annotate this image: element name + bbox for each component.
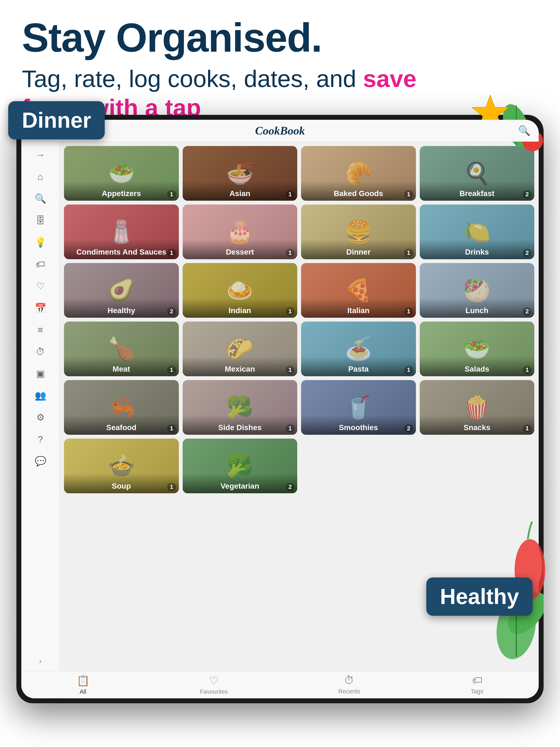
category-card-appetizers[interactable]: 🥗 Appetizers 1: [64, 146, 179, 201]
card-label-meat: Meat: [64, 357, 179, 376]
category-card-healthy[interactable]: 🥑 Healthy 2: [64, 263, 179, 318]
card-count-baked-goods: 1: [404, 190, 413, 199]
card-label-italian: Italian: [301, 298, 416, 318]
category-card-condiments-sauces[interactable]: 🧂 Condiments And Sauces 1: [64, 205, 179, 259]
card-count-appetizers: 1: [167, 190, 176, 199]
category-card-lunch[interactable]: 🥙 Lunch 2: [420, 263, 535, 318]
card-count-vegetarian: 2: [286, 483, 295, 491]
category-card-italian[interactable]: 🍕 Italian 1: [301, 263, 416, 318]
category-card-side-dishes[interactable]: 🥦 Side Dishes 1: [183, 380, 298, 435]
sidebar-chat[interactable]: 💬: [33, 453, 48, 469]
sidebar-ideas[interactable]: 💡: [33, 235, 48, 250]
card-count-side-dishes: 1: [286, 424, 295, 433]
tab-recent-label: Recents: [338, 688, 360, 695]
card-count-seafood: 1: [167, 424, 176, 433]
sidebar-home[interactable]: ⌂: [33, 169, 48, 184]
sidebar: → ⌂ 🔍 🗄 💡 🏷 ♡ 📅 ≡ ⏱ ▣ 👥 ⚙ ? 💬 ›: [21, 141, 59, 671]
category-card-soup[interactable]: 🍲 Soup 1: [64, 439, 179, 493]
card-count-snacks: 1: [523, 424, 532, 433]
sidebar-export[interactable]: →: [33, 147, 48, 162]
sidebar-settings[interactable]: ⚙: [33, 410, 48, 425]
card-count-healthy: 2: [167, 307, 176, 315]
sidebar-fridge[interactable]: 🗄: [33, 213, 48, 228]
card-label-appetizers: Appetizers: [64, 181, 179, 201]
card-count-italian: 1: [404, 307, 413, 315]
sidebar-users[interactable]: 👥: [33, 388, 48, 403]
card-count-meat: 1: [167, 366, 176, 374]
card-label-asian: Asian: [183, 181, 298, 201]
app-logo: CookBook: [255, 124, 305, 137]
tab-tags-label: Tags: [471, 688, 483, 695]
tab-all-icon: 📋: [77, 674, 90, 687]
card-label-mexican: Mexican: [183, 357, 298, 376]
tab-all-label: All: [80, 688, 86, 695]
dinner-tooltip: Dinner: [8, 101, 105, 139]
card-count-pasta: 1: [404, 366, 413, 374]
search-button[interactable]: 🔍: [518, 125, 531, 136]
category-card-asian[interactable]: 🍜 Asian 1: [183, 146, 298, 201]
category-card-meat[interactable]: 🍗 Meat 1: [64, 321, 179, 376]
subtitle-line1: Tag, rate, log cooks, dates, and save: [22, 64, 538, 93]
tab-recent-icon: ⏱: [344, 674, 354, 686]
card-count-condiments-sauces: 1: [167, 249, 176, 257]
category-grid: 🥗 Appetizers 1 🍜 Asian 1 🥐 Baked Goods 1…: [64, 146, 534, 493]
card-count-mexican: 1: [286, 366, 295, 374]
tab-favourites[interactable]: ♡ Favourites: [200, 674, 228, 695]
card-count-dinner: 1: [404, 249, 413, 257]
card-label-condiments-sauces: Condiments And Sauces: [64, 239, 179, 259]
subtitle-pre-text: Tag, rate, log cooks, dates, and: [22, 65, 363, 92]
card-label-vegetarian: Vegetarian: [183, 473, 298, 493]
card-label-baked-goods: Baked Goods: [301, 181, 416, 201]
card-label-snacks: Snacks: [420, 415, 535, 435]
card-label-pasta: Pasta: [301, 357, 416, 376]
sidebar-favourites[interactable]: ♡: [33, 278, 48, 294]
card-count-breakfast: 2: [523, 190, 532, 199]
tab-tags-icon: 🏷: [472, 674, 482, 686]
card-label-side-dishes: Side Dishes: [183, 415, 298, 435]
card-label-breakfast: Breakfast: [420, 181, 535, 201]
tab-recents[interactable]: ⏱ Recents: [338, 674, 360, 695]
card-label-soup: Soup: [64, 473, 179, 493]
sidebar-help[interactable]: ?: [33, 432, 48, 447]
tab-tags[interactable]: 🏷 Tags: [471, 674, 483, 695]
card-count-lunch: 2: [523, 307, 532, 315]
healthy-tooltip: Healthy: [426, 577, 533, 616]
category-card-breakfast[interactable]: 🍳 Breakfast 2: [420, 146, 535, 201]
card-label-dessert: Dessert: [183, 239, 298, 259]
card-label-salads: Salads: [420, 357, 535, 376]
category-card-dessert[interactable]: 🎂 Dessert 1: [183, 205, 298, 259]
card-label-smoothies: Smoothies: [301, 415, 416, 435]
card-count-drinks: 2: [523, 249, 532, 257]
sidebar-list[interactable]: ≡: [33, 322, 48, 337]
category-card-vegetarian[interactable]: 🥦 Vegetarian 2: [183, 439, 298, 493]
category-card-smoothies[interactable]: 🥤 Smoothies 2: [301, 380, 416, 435]
category-card-dinner[interactable]: 🍔 Dinner 1: [301, 205, 416, 259]
card-count-soup: 1: [167, 483, 176, 491]
card-label-lunch: Lunch: [420, 298, 535, 318]
category-card-pasta[interactable]: 🍝 Pasta 1: [301, 321, 416, 376]
tab-fav-label: Favourites: [200, 688, 228, 695]
sidebar-collections[interactable]: ▣: [33, 366, 48, 381]
category-card-drinks[interactable]: 🍋 Drinks 2: [420, 205, 535, 259]
card-label-seafood: Seafood: [64, 415, 179, 435]
subtitle-highlight: save: [363, 65, 416, 92]
tab-fav-icon: ♡: [209, 674, 219, 687]
sidebar-search[interactable]: 🔍: [33, 191, 48, 206]
category-card-snacks[interactable]: 🍿 Snacks 1: [420, 380, 535, 435]
sidebar-timer[interactable]: ⏱: [33, 344, 48, 359]
sidebar-expand-button[interactable]: ›: [39, 656, 42, 666]
sidebar-tags[interactable]: 🏷: [33, 256, 48, 272]
category-card-seafood[interactable]: 🦐 Seafood 1: [64, 380, 179, 435]
card-count-dessert: 1: [286, 249, 295, 257]
main-title: Stay Organised.: [22, 17, 538, 59]
card-label-indian: Indian: [183, 298, 298, 318]
card-count-salads: 1: [523, 366, 532, 374]
card-count-smoothies: 2: [404, 424, 413, 433]
tab-all[interactable]: 📋 All: [77, 674, 90, 695]
category-card-baked-goods[interactable]: 🥐 Baked Goods 1: [301, 146, 416, 201]
category-card-mexican[interactable]: 🌮 Mexican 1: [183, 321, 298, 376]
category-card-salads[interactable]: 🥗 Salads 1: [420, 321, 535, 376]
category-card-indian[interactable]: 🍛 Indian 1: [183, 263, 298, 318]
sidebar-calendar[interactable]: 📅: [33, 300, 48, 315]
card-label-healthy: Healthy: [64, 298, 179, 318]
